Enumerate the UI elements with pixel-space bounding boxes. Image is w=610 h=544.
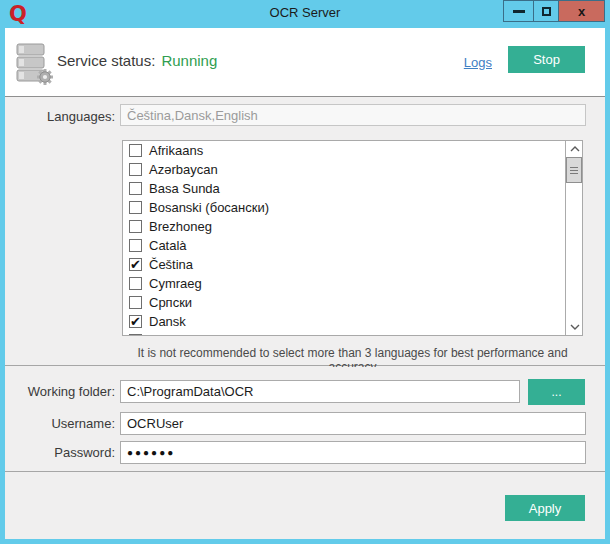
language-checkbox[interactable] bbox=[129, 201, 142, 214]
language-checkbox[interactable] bbox=[129, 182, 142, 195]
language-checkbox[interactable] bbox=[129, 144, 142, 157]
language-checkbox[interactable] bbox=[129, 239, 142, 252]
language-checkbox[interactable] bbox=[129, 334, 142, 336]
language-row[interactable]: Basa Sunda bbox=[123, 179, 566, 198]
password-label: Password: bbox=[5, 445, 115, 460]
language-checkbox[interactable] bbox=[129, 277, 142, 290]
language-label: Brezhoneg bbox=[149, 219, 212, 234]
scrollbar-thumb[interactable] bbox=[566, 157, 582, 183]
scrollbar[interactable] bbox=[565, 141, 582, 335]
language-checkbox[interactable] bbox=[129, 296, 142, 309]
thumb-grip bbox=[570, 167, 578, 168]
client-area: Service status:Running Logs Stop Languag… bbox=[5, 28, 605, 539]
language-label: Cymraeg bbox=[149, 276, 202, 291]
language-row[interactable]: Azərbaycan bbox=[123, 160, 566, 179]
language-checkbox[interactable] bbox=[129, 220, 142, 233]
scroll-down-button[interactable] bbox=[566, 319, 583, 335]
scroll-up-button[interactable] bbox=[566, 141, 583, 157]
language-label: Čeština bbox=[149, 257, 193, 272]
chevron-down-icon bbox=[570, 324, 580, 330]
language-row[interactable]: Српски bbox=[123, 293, 566, 312]
language-label: Српски bbox=[149, 295, 192, 310]
username-input[interactable] bbox=[120, 412, 586, 435]
logs-link[interactable]: Logs bbox=[464, 55, 492, 70]
language-label: Afrikaans bbox=[149, 143, 203, 158]
languages-section: Languages: AfrikaansAzərbaycanBasa Sunda… bbox=[5, 98, 605, 366]
language-row[interactable]: Cymraeg bbox=[123, 274, 566, 293]
language-label: Deutsch bbox=[149, 333, 197, 336]
language-row[interactable]: ✔Dansk bbox=[123, 312, 566, 331]
language-label: Català bbox=[149, 238, 187, 253]
maximize-icon bbox=[542, 7, 551, 16]
language-row[interactable]: Bosanski (босански) bbox=[123, 198, 566, 217]
language-row[interactable]: Català bbox=[123, 236, 566, 255]
working-folder-label: Working folder: bbox=[5, 384, 115, 399]
language-row[interactable]: Brezhoneg bbox=[123, 217, 566, 236]
minimize-icon bbox=[513, 10, 525, 13]
maximize-button[interactable] bbox=[533, 0, 559, 22]
close-button[interactable]: x bbox=[559, 0, 605, 22]
service-status-label: Service status:Running bbox=[57, 52, 217, 69]
close-icon: x bbox=[578, 4, 585, 19]
language-checkbox[interactable]: ✔ bbox=[129, 258, 142, 271]
service-status-value: Running bbox=[161, 52, 217, 69]
stop-button[interactable]: Stop bbox=[508, 46, 585, 73]
language-row[interactable]: ✔Čeština bbox=[123, 255, 566, 274]
language-list: AfrikaansAzərbaycanBasa SundaBosanski (б… bbox=[123, 141, 566, 336]
password-input[interactable] bbox=[120, 441, 586, 464]
titlebar[interactable]: Q OCR Server x bbox=[0, 0, 610, 28]
server-database-icon bbox=[14, 42, 56, 86]
settings-section: Working folder: ... Username: Password: bbox=[5, 367, 605, 472]
language-checkbox[interactable]: ✔ bbox=[129, 315, 142, 328]
language-listbox[interactable]: AfrikaansAzərbaycanBasa SundaBosanski (б… bbox=[122, 140, 583, 336]
languages-label: Languages: bbox=[5, 109, 115, 124]
language-label: Azərbaycan bbox=[149, 162, 218, 177]
minimize-button[interactable] bbox=[503, 0, 533, 22]
language-checkbox[interactable] bbox=[129, 163, 142, 176]
ocr-server-window: Q OCR Server x bbox=[0, 0, 610, 544]
working-folder-input[interactable] bbox=[120, 380, 520, 403]
username-label: Username: bbox=[5, 416, 115, 431]
language-row[interactable]: Afrikaans bbox=[123, 141, 566, 160]
service-status-section: Service status:Running Logs Stop bbox=[5, 28, 605, 97]
browse-button[interactable]: ... bbox=[528, 379, 585, 405]
chevron-up-icon bbox=[570, 146, 580, 152]
language-label: Bosanski (босански) bbox=[149, 200, 269, 215]
apply-button[interactable]: Apply bbox=[505, 495, 585, 521]
selected-languages-input[interactable] bbox=[120, 104, 586, 126]
language-label: Basa Sunda bbox=[149, 181, 220, 196]
language-row[interactable]: Deutsch bbox=[123, 331, 566, 336]
language-label: Dansk bbox=[149, 314, 186, 329]
gear-icon bbox=[37, 69, 53, 85]
apply-section: Apply bbox=[5, 473, 605, 539]
window-controls: x bbox=[503, 0, 605, 22]
